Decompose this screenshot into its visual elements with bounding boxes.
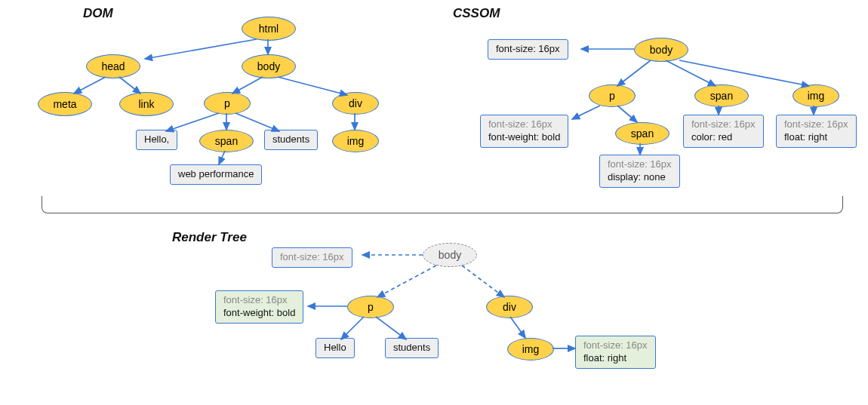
- cssom-span2-css: font-size: 16pxdisplay: none: [599, 155, 680, 188]
- dom-text-webperf: web performance: [170, 164, 262, 185]
- svg-line-2: [74, 77, 106, 94]
- cssom-node-span2: span: [615, 122, 669, 145]
- render-node-body: body: [423, 243, 477, 267]
- dom-title: DOM: [83, 6, 113, 21]
- svg-line-13: [666, 60, 716, 86]
- svg-line-3: [119, 77, 140, 94]
- svg-line-8: [235, 113, 279, 131]
- render-title: Render Tree: [172, 230, 247, 245]
- render-node-p: p: [347, 296, 394, 318]
- cssom-img-css: font-size: 16pxfloat: right: [776, 115, 857, 148]
- dom-text-students: students: [264, 130, 318, 150]
- svg-line-20: [341, 317, 364, 339]
- dom-node-link: link: [119, 92, 174, 116]
- dom-node-div: div: [332, 92, 379, 115]
- svg-line-10: [219, 151, 225, 164]
- svg-line-14: [679, 60, 809, 86]
- render-text-students: students: [385, 338, 439, 358]
- svg-line-25: [377, 265, 436, 297]
- cssom-node-p: p: [589, 84, 636, 107]
- dom-text-hello: Hello,: [136, 130, 177, 150]
- svg-line-21: [376, 317, 406, 339]
- cssom-node-img: img: [793, 84, 839, 107]
- svg-line-26: [462, 265, 504, 297]
- render-node-div: div: [486, 296, 533, 318]
- svg-line-4: [232, 77, 263, 94]
- svg-line-0: [145, 39, 257, 59]
- dom-node-span: span: [199, 130, 254, 152]
- dom-node-p: p: [204, 92, 251, 115]
- cssom-node-span1: span: [694, 84, 749, 107]
- render-text-hello: Hello: [315, 338, 355, 358]
- cssom-title: CSSOM: [453, 6, 500, 21]
- dom-node-meta: meta: [38, 92, 92, 116]
- svg-line-16: [617, 106, 637, 122]
- dom-node-html: html: [242, 17, 296, 41]
- dom-node-body: body: [242, 54, 296, 78]
- render-body-css: font-size: 16px: [272, 247, 352, 268]
- dom-node-img: img: [332, 130, 379, 152]
- brace-icon: [42, 196, 843, 213]
- cssom-span1-css: font-size: 16pxcolor: red: [683, 115, 764, 148]
- dom-node-head: head: [86, 54, 140, 78]
- render-node-img: img: [507, 338, 554, 361]
- svg-line-12: [617, 60, 651, 86]
- svg-line-6: [166, 113, 219, 131]
- render-p-css: font-size: 16pxfont-weight: bold: [215, 290, 303, 324]
- render-img-css: font-size: 16pxfloat: right: [575, 336, 656, 369]
- svg-line-15: [572, 106, 600, 119]
- cssom-body-css: font-size: 16px: [488, 39, 568, 60]
- cssom-node-body: body: [634, 38, 688, 62]
- svg-line-5: [278, 77, 347, 95]
- svg-line-22: [510, 317, 525, 338]
- cssom-p-css: font-size: 16pxfont-weight: bold: [480, 115, 568, 148]
